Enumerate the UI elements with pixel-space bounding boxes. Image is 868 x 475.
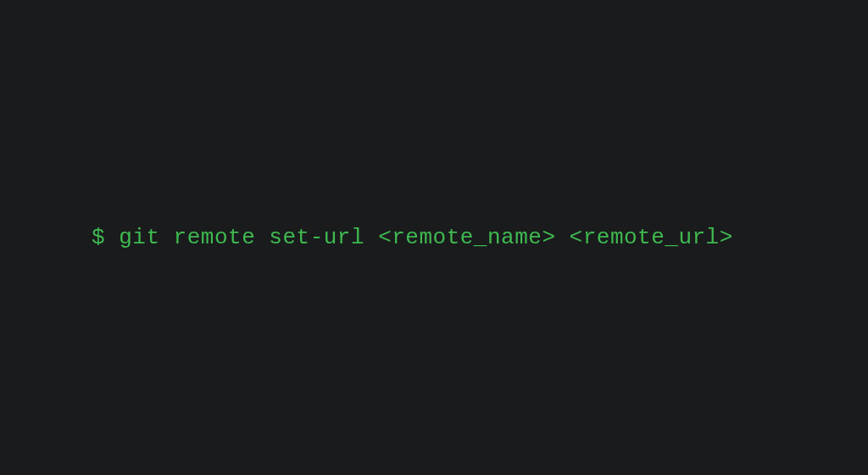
terminal-command-line: $ git remote set-url <remote_name> <remo…: [0, 225, 733, 250]
